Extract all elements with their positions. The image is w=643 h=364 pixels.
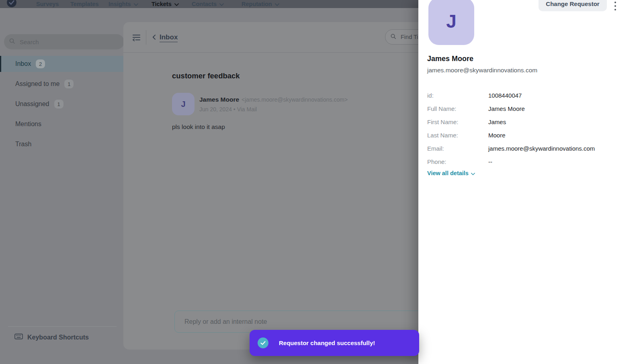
keyboard-shortcuts-button[interactable]: Keyboard Shortcuts (0, 333, 117, 341)
sidebar-item-label: Trash (15, 141, 31, 148)
nav-item-contacts[interactable]: Contacts (192, 0, 224, 8)
sidebar-item-label: Assigned to me (15, 80, 59, 88)
detail-value: James (488, 119, 506, 125)
contact-details-panel: J Change Requestor James Moore james.moo… (418, 0, 643, 364)
sidebar-footer: Keyboard Shortcuts (0, 326, 117, 341)
detail-row: Phone:-- (427, 155, 636, 168)
count-badge: 1 (54, 100, 63, 108)
detail-label: Full Name: (427, 105, 488, 112)
detail-row: id:1008440047 (427, 89, 636, 102)
view-all-details-link[interactable]: View all details (427, 170, 475, 176)
detail-row: Last Name:Moore (427, 129, 636, 142)
count-badge: 1 (64, 80, 74, 88)
detail-row: First Name:James (427, 115, 636, 129)
message-header: James Moore<james.moore@skywardinnovatio… (199, 93, 348, 115)
contact-detail-list: id:1008440047 Full Name:James Moore Firs… (427, 89, 636, 168)
divider (8, 326, 117, 327)
chevron-down-icon (275, 3, 279, 6)
search-input[interactable] (19, 38, 119, 46)
search-icon (9, 38, 15, 46)
detail-value: james.moore@skywardinnovations.com (488, 145, 595, 152)
chevron-down-icon (134, 3, 138, 6)
app-logo-icon (6, 0, 17, 8)
avatar: J (172, 93, 195, 115)
folder-list: Inbox 2 Assigned to me 1 Unassigned 1 Me… (0, 56, 123, 156)
contact-name: James Moore (427, 55, 473, 63)
contact-avatar: J (428, 0, 474, 45)
reply-input[interactable] (184, 318, 446, 326)
detail-value: James Moore (488, 105, 525, 112)
sidebar-item-inbox[interactable]: Inbox 2 (0, 56, 133, 72)
nav-item-surveys[interactable]: Surveys (36, 0, 59, 8)
nav-item-label: Insights (109, 1, 131, 7)
sender-name: James Moore (199, 96, 239, 103)
reply-editor[interactable] (174, 311, 456, 333)
detail-label: Phone: (427, 158, 488, 165)
sidebar-item-label: Unassigned (15, 100, 49, 108)
sidebar-item-mentions[interactable]: Mentions (0, 116, 123, 132)
sender-email: <james.moore@skywardinnovations.com> (242, 96, 348, 103)
chevron-down-icon (219, 3, 224, 6)
active-indicator (0, 56, 1, 72)
nav-item-label: Reputation (242, 1, 272, 7)
contact-email: james.moore@skywardinnovations.com (427, 67, 537, 74)
collapse-list-icon[interactable] (132, 33, 141, 44)
nav-item-label: Surveys (36, 1, 59, 7)
count-badge: 2 (36, 59, 45, 68)
detail-label: id: (427, 92, 488, 99)
back-link-label: Inbox (160, 33, 178, 42)
chevron-down-icon (174, 3, 179, 6)
nav-item-tickets[interactable]: Tickets (152, 0, 179, 8)
toast-message: Requestor changed successfully! (279, 339, 375, 346)
nav-item-templates[interactable]: Templates (70, 0, 99, 8)
keyboard-shortcuts-label: Keyboard Shortcuts (27, 334, 89, 341)
divider (146, 30, 146, 45)
success-check-icon (258, 337, 268, 348)
ticket-title: customer feedback (172, 72, 240, 80)
detail-label: Email: (427, 145, 488, 152)
chevron-down-icon (471, 170, 475, 176)
more-options-icon[interactable] (614, 1, 617, 11)
back-to-inbox-link[interactable]: Inbox (152, 33, 178, 42)
detail-value: Moore (488, 132, 506, 139)
nav-item-reputation[interactable]: Reputation (242, 0, 279, 8)
detail-value: -- (488, 158, 492, 165)
sidebar-item-label: Mentions (15, 121, 41, 128)
view-all-label: View all details (427, 170, 469, 176)
message-item: J James Moore<james.moore@skywardinnovat… (172, 93, 348, 115)
search-icon (390, 33, 396, 41)
change-requestor-button[interactable]: Change Requestor (539, 0, 607, 11)
toast-notification: Requestor changed successfully! (250, 330, 419, 356)
detail-label: First Name: (427, 119, 488, 125)
sidebar: Inbox 2 Assigned to me 1 Unassigned 1 Me… (0, 8, 123, 364)
message-body: pls look into it asap (172, 123, 225, 131)
sidebar-search[interactable] (4, 34, 124, 49)
detail-row: Email:james.moore@skywardinnovations.com (427, 142, 636, 155)
sidebar-item-label: Inbox (15, 60, 31, 67)
nav-item-label: Tickets (152, 1, 172, 7)
app: Surveys Templates Insights Tickets Conta… (0, 0, 643, 364)
chevron-left-icon (152, 34, 156, 42)
detail-label: Last Name: (427, 132, 488, 139)
sidebar-item-unassigned[interactable]: Unassigned 1 (0, 96, 123, 112)
sidebar-item-trash[interactable]: Trash (0, 136, 123, 152)
nav-item-label: Contacts (192, 1, 217, 7)
detail-value: 1008440047 (488, 92, 522, 99)
sidebar-item-assigned-to-me[interactable]: Assigned to me 1 (0, 76, 123, 92)
nav-item-insights[interactable]: Insights (109, 0, 138, 8)
message-meta: Jun 20, 2024 • Via Mail (199, 106, 348, 112)
keyboard-icon (14, 333, 23, 341)
detail-row: Full Name:James Moore (427, 102, 636, 115)
nav-item-label: Templates (70, 1, 99, 7)
